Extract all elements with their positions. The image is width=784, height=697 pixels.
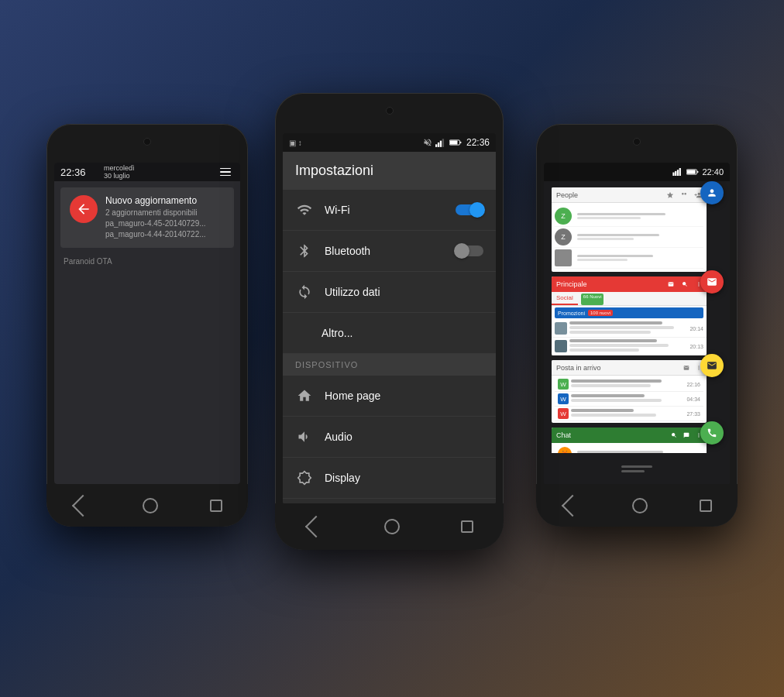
settings-list: Wi-Fi Bluetooth Utilizzo dati	[283, 190, 496, 503]
wa-rows: 🦊	[552, 443, 707, 453]
card-gmail-inbox[interactable]: Posta in arrivo W 22:16	[552, 360, 722, 423]
contact-photo	[555, 249, 572, 266]
right-time: 22:40	[702, 167, 724, 177]
people-card-content: People Z	[552, 187, 707, 272]
signal-icon-center	[435, 138, 446, 147]
new-chat-icon	[683, 432, 689, 438]
svg-rect-0	[435, 144, 437, 147]
notif-footer: Paranoid OTA	[54, 251, 240, 272]
gmail-card-content: Principale Social 66 Nuovi Promozioni 10…	[552, 276, 707, 355]
promo-bar: Promozioni 100 nuovi	[555, 307, 703, 318]
notif-app-icon	[70, 195, 98, 223]
settings-item-display[interactable]: Display	[283, 458, 496, 499]
display-label: Display	[325, 472, 483, 484]
home-button-left[interactable]	[143, 498, 158, 513]
fab-gmail-inbox[interactable]	[700, 354, 724, 377]
fab-whatsapp[interactable]	[700, 421, 724, 445]
svg-rect-6	[460, 142, 461, 143]
people-toolbar: People	[552, 187, 707, 203]
right-status-bar: 22:40	[544, 163, 730, 181]
settings-item-data[interactable]: Utilizzo dati	[283, 272, 496, 313]
battery-icon-right	[686, 168, 699, 176]
people-content: Z Z	[552, 203, 707, 272]
svg-rect-9	[677, 170, 679, 176]
homepage-label: Home page	[325, 390, 483, 402]
card-people[interactable]: People Z	[552, 187, 722, 272]
left-time: 22:36	[60, 167, 86, 178]
left-status-bar: 22:36 mercoledì 30 luglio	[54, 163, 240, 181]
center-screen: ▣ ↕ 22:36 Impostazioni	[283, 133, 496, 503]
whatsapp-icon	[707, 427, 717, 438]
gmail-row-2: 20:13	[552, 338, 707, 355]
settings-item-bluetooth[interactable]: Bluetooth	[283, 231, 496, 272]
inbox-toolbar: Posta in arrivo	[552, 360, 707, 376]
notif-title: Nuovo aggiornamento	[105, 195, 206, 206]
display-icon	[295, 469, 314, 487]
other-icon	[295, 324, 311, 342]
settings-item-homepage[interactable]: Home page	[283, 376, 496, 417]
people-row-1: Z	[555, 206, 703, 227]
settings-item-other[interactable]: Altro...	[283, 313, 496, 354]
card-gmail-main[interactable]: Principale Social 66 Nuovi Promozioni 10…	[552, 276, 722, 355]
back-button-right[interactable]	[562, 494, 583, 516]
notif-body: 2 aggiornamenti disponibili pa_maguro-4.…	[105, 208, 206, 240]
left-phone: 22:36 mercoledì 30 luglio Nuovo agg	[46, 124, 248, 527]
settings-item-audio[interactable]: Audio	[283, 417, 496, 458]
recents-nav	[544, 453, 730, 484]
recents-button-center[interactable]	[461, 520, 473, 533]
svg-rect-13	[698, 171, 699, 173]
fab-wa-circle	[700, 421, 724, 445]
home-icon	[295, 386, 314, 405]
data-icon	[295, 283, 314, 301]
camera-center	[386, 107, 394, 115]
fab-gmail-circle	[700, 270, 724, 294]
people-row-2: Z	[555, 227, 703, 248]
recents-bottom-left	[621, 465, 652, 472]
gmail-tabs: Social 66 Nuovi	[552, 292, 707, 306]
wa-avatar-1: 🦊	[558, 447, 572, 453]
center-nav-bar	[275, 503, 504, 550]
settings-title: Impostazioni	[295, 163, 373, 179]
home-button-right[interactable]	[632, 498, 648, 513]
svg-rect-8	[676, 171, 677, 176]
left-date: 30 luglio	[104, 172, 130, 180]
wifi-toggle[interactable]	[456, 204, 483, 215]
left-day: mercoledì	[104, 164, 135, 172]
camera-left	[143, 138, 151, 146]
card-whatsapp[interactable]: Chat 🦊	[552, 427, 722, 453]
inbox-avatar-w2: W	[558, 393, 569, 404]
wifi-icon	[295, 201, 314, 219]
person-icon	[707, 187, 717, 198]
settings-header: Impostazioni	[283, 152, 496, 190]
mute-icon	[423, 138, 432, 147]
fab-people-circle	[700, 181, 724, 204]
recents-button-right[interactable]	[700, 500, 712, 512]
email-icon-inbox	[683, 365, 689, 371]
wifi-label: Wi-Fi	[325, 204, 445, 216]
recents-button-left[interactable]	[210, 500, 222, 512]
home-button-center[interactable]	[384, 519, 400, 534]
star-icon	[666, 191, 674, 199]
gmail-toolbar-main: Principale	[552, 276, 707, 292]
bluetooth-toggle[interactable]	[456, 245, 483, 256]
recents-cards: People Z	[544, 181, 730, 453]
notification-card[interactable]: Nuovo aggiornamento 2 aggiornamenti disp…	[60, 187, 234, 248]
settings-item-wifi[interactable]: Wi-Fi	[283, 190, 496, 231]
notification-area: Nuovo aggiornamento 2 aggiornamenti disp…	[54, 187, 240, 272]
signal-icon-right	[672, 168, 683, 176]
inbox-avatar-w3: W	[558, 408, 569, 419]
battery-icon-center	[449, 138, 462, 147]
fab-people[interactable]	[700, 181, 724, 204]
audio-label: Audio	[325, 431, 483, 443]
mail-icon-inbox	[707, 360, 717, 371]
svg-rect-5	[450, 141, 458, 145]
back-button-center[interactable]	[305, 516, 327, 537]
avatar-1: Z	[555, 208, 572, 225]
back-button-left[interactable]	[72, 494, 94, 516]
fab-gmail-main[interactable]	[700, 270, 724, 294]
gmail-avatar-1	[555, 322, 567, 335]
paranoid-icon	[76, 201, 91, 217]
gmail-inbox-content: Posta in arrivo W 22:16	[552, 360, 707, 423]
center-phone: ▣ ↕ 22:36 Impostazioni	[275, 93, 504, 550]
gmail-row-1: 20:14	[552, 320, 707, 338]
